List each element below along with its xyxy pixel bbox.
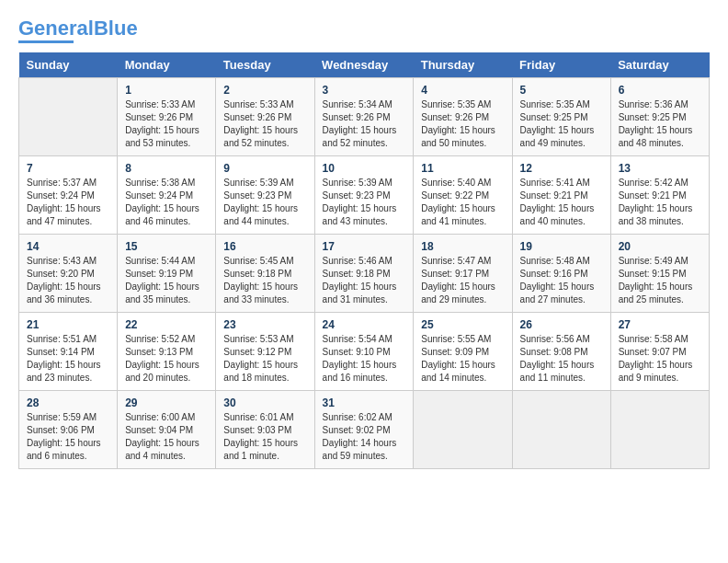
day-number: 9 — [223, 162, 306, 175]
day-cell — [19, 78, 118, 156]
day-number: 14 — [27, 240, 109, 253]
day-number: 5 — [520, 84, 603, 97]
day-cell: 23Sunrise: 5:53 AM Sunset: 9:12 PM Dayli… — [216, 313, 314, 391]
day-number: 21 — [27, 318, 109, 331]
day-info: Sunrise: 5:42 AM Sunset: 9:21 PM Dayligh… — [619, 177, 701, 228]
day-number: 11 — [421, 162, 504, 175]
day-info: Sunrise: 5:33 AM Sunset: 9:26 PM Dayligh… — [223, 98, 306, 150]
day-number: 29 — [125, 396, 208, 409]
day-number: 1 — [125, 84, 208, 97]
day-cell: 27Sunrise: 5:58 AM Sunset: 9:07 PM Dayli… — [610, 313, 709, 391]
column-header-saturday: Saturday — [610, 52, 709, 78]
day-cell: 16Sunrise: 5:45 AM Sunset: 9:18 PM Dayli… — [216, 235, 314, 313]
day-number: 4 — [421, 84, 504, 97]
column-header-monday: Monday — [118, 52, 216, 78]
day-info: Sunrise: 5:59 AM Sunset: 9:06 PM Dayligh… — [27, 411, 109, 463]
day-cell: 13Sunrise: 5:42 AM Sunset: 9:21 PM Dayli… — [610, 156, 709, 235]
column-header-friday: Friday — [512, 52, 610, 78]
day-number: 23 — [223, 318, 306, 331]
day-number: 26 — [520, 318, 603, 331]
column-header-wednesday: Wednesday — [314, 52, 414, 78]
day-cell: 31Sunrise: 6:02 AM Sunset: 9:02 PM Dayli… — [314, 391, 414, 469]
header: GeneralBlue — [18, 18, 710, 43]
day-cell: 15Sunrise: 5:44 AM Sunset: 9:19 PM Dayli… — [118, 235, 216, 313]
day-number: 31 — [323, 396, 406, 409]
header-row: SundayMondayTuesdayWednesdayThursdayFrid… — [19, 52, 710, 78]
day-cell: 17Sunrise: 5:46 AM Sunset: 9:18 PM Dayli… — [314, 235, 414, 313]
day-cell: 18Sunrise: 5:47 AM Sunset: 9:17 PM Dayli… — [414, 235, 512, 313]
day-cell: 6Sunrise: 5:36 AM Sunset: 9:25 PM Daylig… — [610, 78, 709, 156]
day-info: Sunrise: 5:58 AM Sunset: 9:07 PM Dayligh… — [619, 333, 701, 385]
week-row-4: 28Sunrise: 5:59 AM Sunset: 9:06 PM Dayli… — [19, 391, 710, 469]
day-info: Sunrise: 6:02 AM Sunset: 9:02 PM Dayligh… — [323, 411, 406, 463]
day-cell: 14Sunrise: 5:43 AM Sunset: 9:20 PM Dayli… — [19, 235, 118, 313]
day-cell: 21Sunrise: 5:51 AM Sunset: 9:14 PM Dayli… — [19, 313, 118, 391]
day-info: Sunrise: 6:01 AM Sunset: 9:03 PM Dayligh… — [223, 411, 306, 463]
day-info: Sunrise: 5:47 AM Sunset: 9:17 PM Dayligh… — [421, 255, 504, 306]
day-cell — [512, 391, 610, 469]
day-cell: 3Sunrise: 5:34 AM Sunset: 9:26 PM Daylig… — [314, 78, 414, 156]
week-row-0: 1Sunrise: 5:33 AM Sunset: 9:26 PM Daylig… — [19, 78, 710, 156]
day-info: Sunrise: 5:34 AM Sunset: 9:26 PM Dayligh… — [323, 98, 406, 150]
day-info: Sunrise: 5:41 AM Sunset: 9:21 PM Dayligh… — [520, 177, 603, 228]
day-info: Sunrise: 5:48 AM Sunset: 9:16 PM Dayligh… — [520, 255, 603, 306]
day-number: 24 — [323, 318, 406, 331]
day-number: 6 — [619, 84, 701, 97]
day-cell: 26Sunrise: 5:56 AM Sunset: 9:08 PM Dayli… — [512, 313, 610, 391]
logo-underline — [18, 40, 74, 43]
day-cell — [610, 391, 709, 469]
day-cell: 10Sunrise: 5:39 AM Sunset: 9:23 PM Dayli… — [314, 156, 414, 235]
day-info: Sunrise: 5:35 AM Sunset: 9:26 PM Dayligh… — [421, 98, 504, 150]
calendar-table: SundayMondayTuesdayWednesdayThursdayFrid… — [18, 52, 710, 469]
day-number: 7 — [27, 162, 109, 175]
day-info: Sunrise: 5:53 AM Sunset: 9:12 PM Dayligh… — [223, 333, 306, 385]
day-info: Sunrise: 5:51 AM Sunset: 9:14 PM Dayligh… — [27, 333, 109, 385]
logo-blue: Blue — [94, 17, 138, 40]
day-cell: 2Sunrise: 5:33 AM Sunset: 9:26 PM Daylig… — [216, 78, 314, 156]
day-info: Sunrise: 5:37 AM Sunset: 9:24 PM Dayligh… — [27, 177, 109, 228]
day-number: 13 — [619, 162, 701, 175]
week-row-1: 7Sunrise: 5:37 AM Sunset: 9:24 PM Daylig… — [19, 156, 710, 235]
day-cell: 4Sunrise: 5:35 AM Sunset: 9:26 PM Daylig… — [414, 78, 512, 156]
day-info: Sunrise: 5:39 AM Sunset: 9:23 PM Dayligh… — [323, 177, 406, 228]
day-number: 10 — [323, 162, 406, 175]
column-header-tuesday: Tuesday — [216, 52, 314, 78]
week-row-2: 14Sunrise: 5:43 AM Sunset: 9:20 PM Dayli… — [19, 235, 710, 313]
day-info: Sunrise: 5:52 AM Sunset: 9:13 PM Dayligh… — [125, 333, 208, 385]
day-number: 17 — [323, 240, 406, 253]
day-info: Sunrise: 5:39 AM Sunset: 9:23 PM Dayligh… — [223, 177, 306, 228]
day-info: Sunrise: 5:44 AM Sunset: 9:19 PM Dayligh… — [125, 255, 208, 306]
day-cell: 30Sunrise: 6:01 AM Sunset: 9:03 PM Dayli… — [216, 391, 314, 469]
week-row-3: 21Sunrise: 5:51 AM Sunset: 9:14 PM Dayli… — [19, 313, 710, 391]
day-number: 25 — [421, 318, 504, 331]
day-info: Sunrise: 5:56 AM Sunset: 9:08 PM Dayligh… — [520, 333, 603, 385]
day-cell: 24Sunrise: 5:54 AM Sunset: 9:10 PM Dayli… — [314, 313, 414, 391]
column-header-thursday: Thursday — [414, 52, 512, 78]
day-info: Sunrise: 5:46 AM Sunset: 9:18 PM Dayligh… — [323, 255, 406, 306]
logo: GeneralBlue — [18, 18, 138, 43]
day-cell: 25Sunrise: 5:55 AM Sunset: 9:09 PM Dayli… — [414, 313, 512, 391]
day-cell: 29Sunrise: 6:00 AM Sunset: 9:04 PM Dayli… — [118, 391, 216, 469]
logo-general: General — [18, 17, 94, 40]
day-info: Sunrise: 5:36 AM Sunset: 9:25 PM Dayligh… — [619, 98, 701, 150]
day-info: Sunrise: 5:43 AM Sunset: 9:20 PM Dayligh… — [27, 255, 109, 306]
day-number: 27 — [619, 318, 701, 331]
day-cell: 20Sunrise: 5:49 AM Sunset: 9:15 PM Dayli… — [610, 235, 709, 313]
logo-text: GeneralBlue — [18, 18, 138, 39]
day-cell: 28Sunrise: 5:59 AM Sunset: 9:06 PM Dayli… — [19, 391, 118, 469]
day-number: 12 — [520, 162, 603, 175]
day-number: 20 — [619, 240, 701, 253]
day-cell: 12Sunrise: 5:41 AM Sunset: 9:21 PM Dayli… — [512, 156, 610, 235]
column-header-sunday: Sunday — [19, 52, 118, 78]
day-info: Sunrise: 5:40 AM Sunset: 9:22 PM Dayligh… — [421, 177, 504, 228]
day-number: 19 — [520, 240, 603, 253]
day-info: Sunrise: 5:54 AM Sunset: 9:10 PM Dayligh… — [323, 333, 406, 385]
day-info: Sunrise: 5:35 AM Sunset: 9:25 PM Dayligh… — [520, 98, 603, 150]
day-info: Sunrise: 5:33 AM Sunset: 9:26 PM Dayligh… — [125, 98, 208, 150]
day-number: 15 — [125, 240, 208, 253]
day-cell — [414, 391, 512, 469]
day-info: Sunrise: 6:00 AM Sunset: 9:04 PM Dayligh… — [125, 411, 208, 463]
day-cell: 8Sunrise: 5:38 AM Sunset: 9:24 PM Daylig… — [118, 156, 216, 235]
day-info: Sunrise: 5:55 AM Sunset: 9:09 PM Dayligh… — [421, 333, 504, 385]
day-number: 18 — [421, 240, 504, 253]
